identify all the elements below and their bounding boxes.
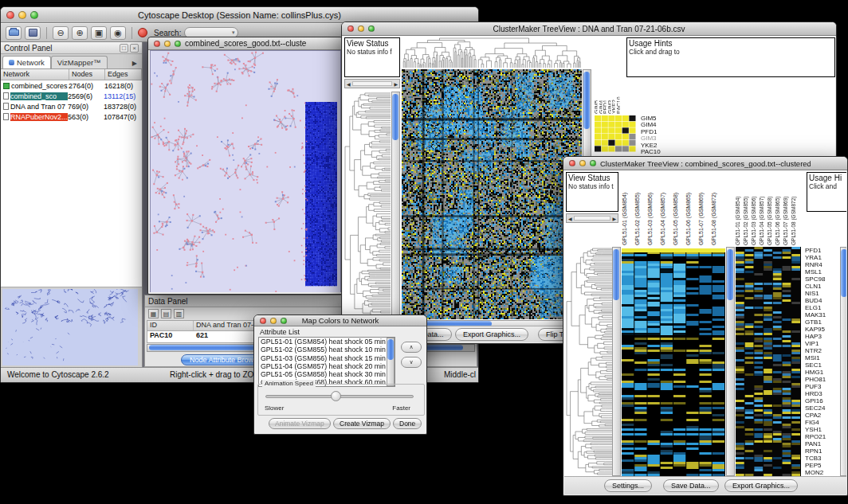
tab-overflow-arrow[interactable]: ▶	[129, 58, 140, 68]
gene-list-item[interactable]: RPO21	[803, 433, 839, 440]
export-graphics-button[interactable]: Export Graphics...	[455, 328, 528, 341]
speed-slider-thumb[interactable]	[331, 391, 341, 401]
gene-list-item[interactable]: CPA2	[803, 412, 839, 419]
zoom-in-button[interactable]: ⊕	[72, 26, 88, 40]
zoom-window-button[interactable]	[281, 318, 287, 324]
gene-list-item[interactable]: SPC98	[803, 275, 839, 283]
scrollbar-thumb[interactable]	[392, 94, 398, 140]
gene-list-item[interactable]: MSL1	[803, 268, 839, 275]
tab-network[interactable]: Network	[2, 56, 51, 68]
zoom-out-button[interactable]: ⊖	[53, 26, 69, 40]
network-row[interactable]: combined_scores 2764(0) 16218(0)	[1, 80, 142, 91]
save-session-button[interactable]	[25, 26, 41, 40]
gene-list-item[interactable]: TCB3	[803, 455, 839, 462]
move-up-button[interactable]: ∧	[401, 342, 422, 353]
network-row[interactable]: RNAPuberNov2... 563(0) 107847(0)	[1, 111, 142, 122]
scroll-right-icon[interactable]: ▶	[612, 216, 616, 221]
gene-list-item[interactable]: KAP95	[803, 326, 839, 333]
secondary-heatmap-canvas[interactable]	[736, 247, 801, 476]
attribute-item[interactable]: GPL51-02 (GSM855) heat shock 10 min	[259, 346, 395, 354]
gene-list-item[interactable]: NTR2	[803, 347, 839, 354]
dendrogram-vscrollbar[interactable]	[612, 247, 621, 476]
gene-list-item[interactable]: RPN1	[803, 447, 839, 455]
gene-list-item[interactable]: HRD3	[803, 390, 839, 397]
heatmap-canvas[interactable]	[622, 247, 725, 476]
settings-button[interactable]: Settings...	[604, 479, 652, 492]
gene-list-item[interactable]: MSI1	[803, 354, 839, 361]
network-canvas[interactable]	[151, 51, 340, 292]
network-row[interactable]: DNA and Tran 07 769(0) 183728(0)	[1, 101, 142, 111]
zoom-fit-button[interactable]: ◉	[110, 26, 126, 40]
column-dendrogram-canvas[interactable]	[402, 37, 582, 68]
attribute-select-icon[interactable]: ▦	[148, 309, 159, 318]
dialog-title-bar[interactable]: Map Colors to Network	[254, 315, 426, 326]
gene-list-item[interactable]: PFD1	[803, 247, 839, 254]
save-data-button[interactable]: Save Data...	[663, 479, 719, 492]
create-vizmap-button[interactable]: Create Vizmap	[333, 418, 391, 429]
zoom-window-button[interactable]	[368, 25, 375, 32]
close-button[interactable]	[347, 25, 354, 32]
animate-vizmap-button[interactable]: Animate Vizmap	[269, 418, 331, 429]
attribute-item[interactable]: GPL51-05 (GSM858) heat shock 30 min	[259, 370, 395, 378]
gene-list-item[interactable]: MON2	[803, 469, 839, 476]
move-down-button[interactable]: ∨	[401, 357, 422, 368]
scrollbar-thumb[interactable]	[727, 249, 733, 300]
network-row-selected[interactable]: combined_sco 2569(6) 13112(15)	[1, 91, 142, 101]
zoom-window-button[interactable]	[590, 160, 596, 166]
scrollbar-thumb[interactable]	[841, 249, 846, 297]
gene-list-item[interactable]: GPI16	[803, 397, 839, 404]
minimize-button[interactable]	[358, 25, 364, 32]
gene-list-item[interactable]: YRA1	[803, 254, 839, 261]
gene-list-item[interactable]: VIP1	[803, 340, 839, 347]
gene-list-item[interactable]: PHO81	[803, 376, 839, 383]
close-button[interactable]	[569, 160, 575, 166]
gene-list-item[interactable]: RNR4	[803, 261, 839, 268]
heatmap-canvas[interactable]	[402, 69, 582, 319]
gene-list-item[interactable]: SEC24	[803, 404, 839, 412]
gene-list-item[interactable]: PUF3	[803, 383, 839, 390]
zoom-selected-button[interactable]: ▣	[91, 26, 107, 40]
scrollbar-thumb[interactable]	[613, 249, 619, 300]
birdseye-canvas[interactable]	[2, 289, 138, 365]
close-button[interactable]	[6, 11, 14, 19]
tab-vizmapper[interactable]: VizMapper™	[51, 56, 108, 68]
row-dendrogram-canvas[interactable]	[566, 247, 612, 476]
minimize-button[interactable]	[164, 41, 171, 47]
minimize-button[interactable]	[579, 160, 586, 166]
attribute-item[interactable]: GPL51-01 (GSM854) heat shock 05 min	[259, 338, 395, 346]
gene-list-item[interactable]: HMG1	[803, 369, 839, 376]
gene-list-item[interactable]: FIG4	[803, 419, 839, 426]
scroll-left-icon[interactable]: ◀	[347, 81, 351, 87]
gene-list-item[interactable]: PAN1	[803, 440, 839, 447]
gene-list-item[interactable]: PEP5	[803, 462, 839, 469]
close-panel-icon[interactable]: ×	[130, 44, 139, 53]
dendrogram-vscrollbar[interactable]	[391, 92, 400, 319]
gene-list-item[interactable]: CLN1	[803, 283, 839, 290]
scroll-track[interactable]	[352, 81, 393, 86]
heatmap-vscrollbar[interactable]	[726, 247, 735, 476]
scrollbar-thumb[interactable]	[583, 72, 590, 129]
attribute-item[interactable]: GPL51-04 (GSM857) heat shock 20 min	[259, 362, 395, 370]
gene-list-item[interactable]: ELG1	[803, 304, 839, 311]
main-title-bar[interactable]: Cytoscape Desktop (Session Name: collins…	[1, 7, 478, 23]
treeview-combined-title-bar[interactable]: ClusterMaker TreeView : combined_scores_…	[563, 157, 847, 170]
gene-list-item[interactable]: MAK31	[803, 311, 839, 318]
done-button[interactable]: Done	[393, 418, 422, 429]
scrollbar-thumb[interactable]	[387, 339, 394, 360]
open-session-button[interactable]	[6, 26, 22, 40]
gene-list-item[interactable]: NIS1	[803, 290, 839, 297]
attribute-item[interactable]: GPL51-03 (GSM856) heat shock 15 min	[259, 354, 395, 362]
destroy-network-icon[interactable]	[138, 28, 147, 37]
close-button[interactable]	[154, 41, 160, 47]
scroll-left-icon[interactable]: ◀	[568, 216, 572, 221]
export-graphics-button[interactable]: Export Graphics...	[724, 479, 798, 492]
minimize-button[interactable]	[18, 11, 26, 19]
row-dendrogram-canvas[interactable]	[344, 92, 391, 319]
zoom-window-button[interactable]	[175, 41, 181, 47]
treeview-dna-title-bar[interactable]: ClusterMaker TreeView : DNA and Tran 07-…	[342, 22, 836, 36]
scroll-right-icon[interactable]: ▶	[394, 81, 398, 87]
gene-list-item[interactable]: YSH1	[803, 426, 839, 433]
gene-list-item[interactable]: BUD4	[803, 297, 839, 304]
gene-list-item[interactable]: SEC1	[803, 361, 839, 369]
attribute-list-vscrollbar[interactable]	[387, 338, 395, 386]
